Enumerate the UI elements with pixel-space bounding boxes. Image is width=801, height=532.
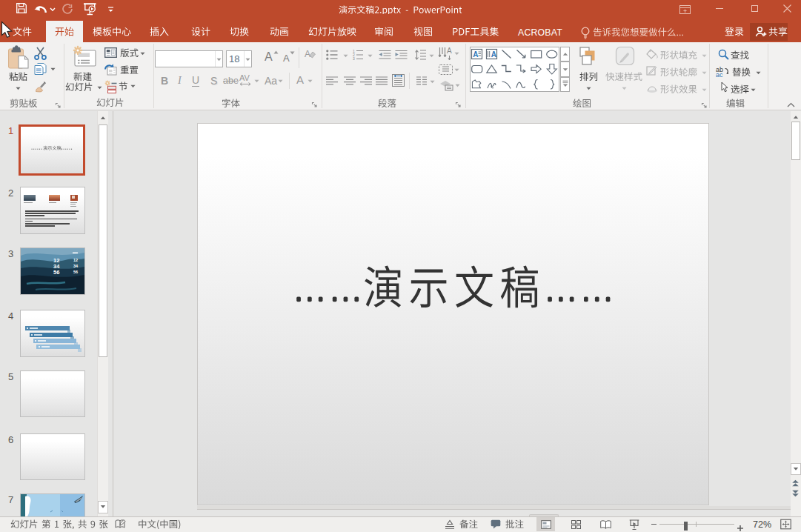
- svg-text:A: A: [473, 50, 478, 59]
- svg-text:34: 34: [73, 264, 79, 268]
- svg-text:A: A: [491, 50, 496, 59]
- svg-text:3: 3: [353, 56, 355, 61]
- svg-text:56: 56: [53, 269, 59, 276]
- svg-text:12: 12: [73, 258, 78, 262]
- svg-text:AV: AV: [239, 73, 250, 82]
- svg-text:56: 56: [73, 270, 78, 274]
- svg-text:ac: ac: [716, 71, 723, 79]
- svg-text:A: A: [447, 47, 452, 55]
- svg-text:A: A: [305, 49, 310, 59]
